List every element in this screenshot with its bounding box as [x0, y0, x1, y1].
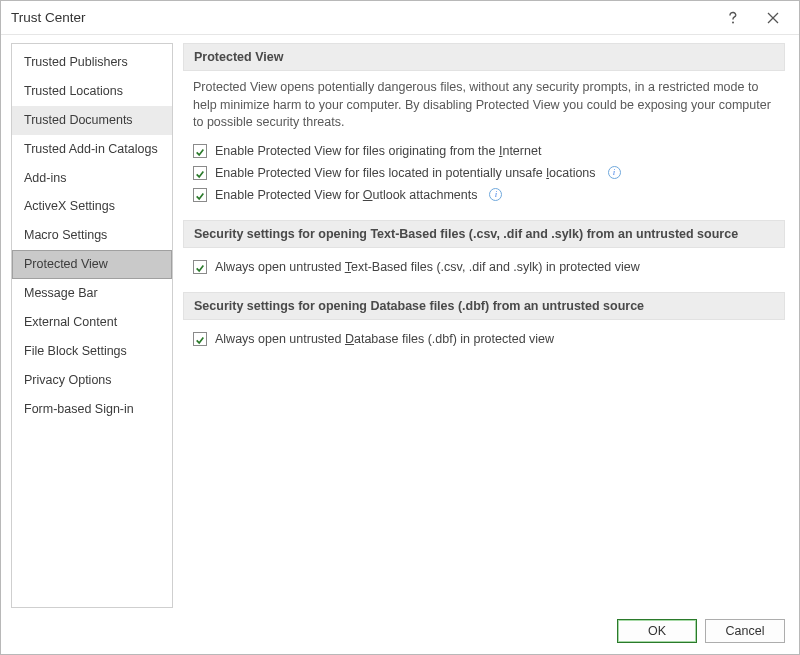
info-icon[interactable]: i [489, 188, 502, 201]
close-button[interactable] [753, 1, 793, 35]
info-icon[interactable]: i [608, 166, 621, 179]
checkbox-label[interactable]: Enable Protected View for files located … [215, 166, 596, 180]
sidebar-item-label: Protected View [24, 257, 108, 271]
checkbox[interactable] [193, 166, 207, 180]
section-database-heading: Security settings for opening Database f… [183, 292, 785, 320]
sidebar-item-label: External Content [24, 315, 117, 329]
section-protected-view-body: Protected View opens potentially dangero… [183, 79, 785, 220]
sidebar-item-trusted-publishers[interactable]: Trusted Publishers [12, 48, 172, 77]
checkbox-label[interactable]: Always open untrusted Text-Based files (… [215, 260, 640, 274]
sidebar-item-label: Privacy Options [24, 373, 112, 387]
sidebar-item-add-ins[interactable]: Add-ins [12, 164, 172, 193]
section-text-based-heading: Security settings for opening Text-Based… [183, 220, 785, 248]
sidebar-item-macro-settings[interactable]: Macro Settings [12, 221, 172, 250]
database-option-0: Always open untrusted Database files (.d… [193, 328, 775, 350]
protected-view-description: Protected View opens potentially dangero… [193, 79, 775, 132]
dialog-body: Trusted PublishersTrusted LocationsTrust… [1, 35, 799, 608]
help-button[interactable] [713, 1, 753, 35]
sidebar-item-file-block-settings[interactable]: File Block Settings [12, 337, 172, 366]
sidebar-item-label: Trusted Locations [24, 84, 123, 98]
cancel-button[interactable]: Cancel [705, 619, 785, 643]
protected-view-option-1: Enable Protected View for files located … [193, 162, 775, 184]
section-text-based-body: Always open untrusted Text-Based files (… [183, 256, 785, 292]
text-based-option-0: Always open untrusted Text-Based files (… [193, 256, 775, 278]
category-list: Trusted PublishersTrusted LocationsTrust… [11, 43, 173, 608]
section-database-body: Always open untrusted Database files (.d… [183, 328, 785, 364]
sidebar-item-label: ActiveX Settings [24, 199, 115, 213]
settings-pane: Protected View Protected View opens pote… [183, 43, 789, 608]
checkbox[interactable] [193, 260, 207, 274]
sidebar-item-activex-settings[interactable]: ActiveX Settings [12, 192, 172, 221]
checkbox[interactable] [193, 144, 207, 158]
checkbox-label[interactable]: Enable Protected View for files originat… [215, 144, 541, 158]
svg-point-0 [732, 21, 734, 23]
sidebar-item-trusted-locations[interactable]: Trusted Locations [12, 77, 172, 106]
section-protected-view-heading: Protected View [183, 43, 785, 71]
sidebar-item-label: Trusted Add-in Catalogs [24, 142, 158, 156]
checkbox-label[interactable]: Always open untrusted Database files (.d… [215, 332, 554, 346]
sidebar-item-label: File Block Settings [24, 344, 127, 358]
sidebar-item-label: Add-ins [24, 171, 66, 185]
checkbox-label[interactable]: Enable Protected View for Outlook attach… [215, 188, 477, 202]
window-title: Trust Center [11, 10, 713, 25]
sidebar-item-form-based-sign-in[interactable]: Form-based Sign-in [12, 395, 172, 424]
sidebar-item-label: Message Bar [24, 286, 98, 300]
checkbox[interactable] [193, 332, 207, 346]
sidebar-item-privacy-options[interactable]: Privacy Options [12, 366, 172, 395]
close-icon [767, 12, 779, 24]
title-bar: Trust Center [1, 1, 799, 35]
protected-view-option-0: Enable Protected View for files originat… [193, 140, 775, 162]
sidebar-item-label: Trusted Documents [24, 113, 133, 127]
protected-view-option-2: Enable Protected View for Outlook attach… [193, 184, 775, 206]
checkbox[interactable] [193, 188, 207, 202]
sidebar-item-label: Form-based Sign-in [24, 402, 134, 416]
help-icon [727, 11, 739, 25]
sidebar-item-label: Trusted Publishers [24, 55, 128, 69]
sidebar-item-external-content[interactable]: External Content [12, 308, 172, 337]
ok-button[interactable]: OK [617, 619, 697, 643]
dialog-footer: OK Cancel [1, 608, 799, 654]
sidebar-item-label: Macro Settings [24, 228, 107, 242]
sidebar-item-trusted-documents[interactable]: Trusted Documents [12, 106, 172, 135]
sidebar-item-trusted-add-in-catalogs[interactable]: Trusted Add-in Catalogs [12, 135, 172, 164]
sidebar-item-message-bar[interactable]: Message Bar [12, 279, 172, 308]
sidebar-item-protected-view[interactable]: Protected View [12, 250, 172, 279]
